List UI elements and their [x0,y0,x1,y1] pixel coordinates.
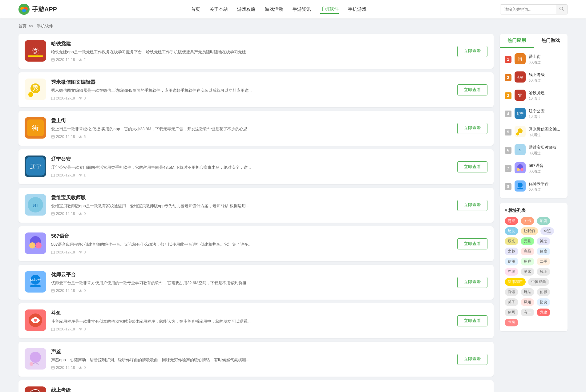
nav-games[interactable]: 手机游戏 [348,5,366,14]
logo[interactable]: 手游APP [18,4,57,15]
breadcrumb-separator: >> [29,24,34,28]
tag-item[interactable]: 中国戏曲 [528,278,549,286]
view-button[interactable]: 立即查看 [457,354,487,365]
breadcrumb-home[interactable]: 首页 [18,24,26,28]
app-date: 2020-12-18 [51,58,75,62]
hot-list-item[interactable]: 5 秀米微信图文编... 0人看过 [500,123,568,141]
hot-list-item[interactable]: 4 辽宁 辽宁公安 1人看过 [500,105,568,123]
hot-rank: 5 [505,129,511,135]
nav-about[interactable]: 关于本站 [209,5,228,14]
tag-item[interactable]: 凤姐 [521,298,534,306]
app-title: 辽宁公安 [51,156,452,163]
tag-item[interactable]: 绝技 [505,227,518,235]
view-button[interactable]: 立即查看 [457,200,487,211]
view-button[interactable]: 立即查看 [457,238,487,249]
svg-point-72 [80,329,81,329]
hot-app-info: 线上考级 5人看过 [529,72,563,83]
tag-item[interactable]: 测试 [521,268,534,276]
tag-item[interactable]: 在线 [505,268,518,276]
tag-item[interactable]: 仙界 [537,288,550,296]
svg-rect-7 [28,55,43,57]
tag-item[interactable]: 奇迹 [540,227,554,235]
tab-hot-apps[interactable]: 热门应用 [500,34,534,48]
tag-item[interactable]: 有一 [521,309,534,316]
app-views: 0 [79,289,86,293]
tag-item[interactable]: 商品 [521,248,534,255]
app-views: 0 [79,96,86,100]
hot-app-icon: 辽宁 [515,108,526,120]
tag-item[interactable]: 关卡 [521,217,534,225]
breadcrumb-current: 手机软件 [37,24,53,28]
app-info: 哈铁党建 哈铁党建app是一款党建工作政务在线学习服务平台，哈铁党建工作手机版便… [51,41,452,62]
tag-item[interactable]: 之趣 [505,248,518,255]
tab-hot-games[interactable]: 热门游戏 [534,34,568,48]
app-date: 2020-12-18 [51,173,75,177]
view-button[interactable]: 立即查看 [457,123,487,134]
app-icon-wrapper [25,232,46,255]
tag-item[interactable]: 线上 [537,268,550,276]
view-button[interactable]: 立即查看 [457,315,487,326]
nav-software[interactable]: 手机软件 [320,5,339,14]
tag-item[interactable]: 应用程序 [505,278,526,286]
tag-item[interactable]: 弟子 [505,298,518,306]
hot-app-name: 567语音 [529,163,563,168]
nav-home[interactable]: 首页 [191,5,200,14]
svg-point-16 [28,92,33,97]
nav-activity[interactable]: 游戏活动 [265,5,283,14]
tag-item[interactable]: 指尖 [537,298,550,306]
tag-item[interactable]: 二手 [537,258,550,265]
tag-item[interactable]: 额度 [537,248,550,255]
app-views: 0 [79,212,86,216]
svg-rect-50 [51,251,55,254]
svg-text:街: 街 [518,57,522,61]
tag-item[interactable]: 元旦 [521,237,534,245]
view-button[interactable]: 立即查看 [457,46,487,57]
hot-app-info: 爱维宝贝教师版 0人看过 [529,145,563,156]
hot-app-icon: ai [515,144,526,156]
tag-item[interactable]: 彩蛋 [537,217,550,225]
eye-icon [79,96,82,100]
tag-item[interactable]: 让我们 [521,227,538,235]
tag-item[interactable]: 用户 [521,258,534,265]
nav-news[interactable]: 手游资讯 [293,5,311,14]
tag-item[interactable]: 信用 [505,258,518,265]
hot-list-item[interactable]: 6 ai 爱维宝贝教师版 0人看过 [500,141,568,159]
svg-rect-58 [30,285,41,287]
hot-app-views: 0人看过 [529,151,563,156]
calendar-icon [51,327,55,331]
app-title: 哈铁党建 [51,41,452,47]
hot-app-list: 1 街 爱上街 6人看过 2 考级 线上考级 5人看过 3 党 哈铁党建 2人看… [500,48,568,198]
search-button[interactable] [556,5,567,14]
tag-item[interactable]: 党员 [505,319,518,326]
hot-app-icon [515,162,526,174]
app-date: 2020-12-18 [51,366,75,370]
tag-item[interactable]: 玩法 [521,288,534,296]
tag-item[interactable]: 剑网 [505,309,518,316]
app-desc: 秀米微信图文编辑器是一款在微信上边编辑H5页面的手机软件，应用这款手机软件在安装… [51,87,452,94]
tag-item[interactable]: 游戏 [505,217,518,225]
svg-point-49 [35,242,42,249]
tag-item[interactable]: 神之 [537,237,550,245]
view-button[interactable]: 立即查看 [457,84,487,95]
search-input[interactable] [500,5,556,14]
hot-app-info: 哈铁党建 2人看过 [529,90,563,101]
app-info: 爱维宝贝教师版 爱维宝贝教师版app是一款教育家校通运用，爱维宝贝教师版app专… [51,195,452,216]
hot-list-item[interactable]: 8 优师云平台 0人看过 [500,177,568,196]
hot-rank: 6 [505,147,511,154]
logo-text: 手游APP [32,5,57,14]
hot-list-item[interactable]: 1 街 爱上街 6人看过 [500,50,568,68]
tag-item[interactable]: 党建 [537,309,550,316]
svg-point-73 [30,352,41,363]
hot-list-item[interactable]: 3 党 哈铁党建 2人看过 [500,87,568,105]
app-icon-wrapper: 街 [25,117,46,139]
hot-app-views: 0人看过 [529,187,563,192]
tag-item[interactable]: 辰光 [505,237,518,245]
view-button[interactable]: 立即查看 [457,277,487,288]
app-views: 0 [79,327,86,331]
svg-text:辽宁: 辽宁 [517,112,523,115]
view-button[interactable]: 立即查看 [457,161,487,172]
hot-list-item[interactable]: 2 考级 线上考级 5人看过 [500,68,568,87]
nav-strategy[interactable]: 游戏攻略 [237,5,256,14]
tag-item[interactable]: 腾讯 [505,288,518,296]
hot-list-item[interactable]: 7 567语音 0人看过 [500,159,568,177]
